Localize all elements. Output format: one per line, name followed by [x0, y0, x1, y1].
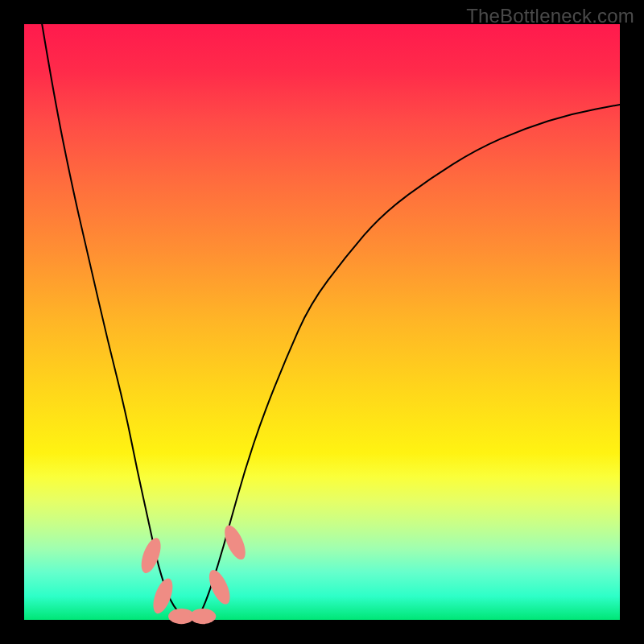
cap-right-lower	[205, 567, 234, 607]
cap-left-lower	[150, 576, 177, 617]
chart-markers	[138, 522, 250, 624]
plot-area	[24, 24, 620, 620]
chart-svg	[24, 24, 620, 620]
cap-bottom-right	[190, 609, 217, 624]
cap-left-upper	[138, 535, 165, 576]
chart-frame: TheBottleneck.com	[0, 0, 644, 644]
chart-curve	[42, 24, 620, 620]
watermark-text: TheBottleneck.com	[466, 5, 634, 27]
